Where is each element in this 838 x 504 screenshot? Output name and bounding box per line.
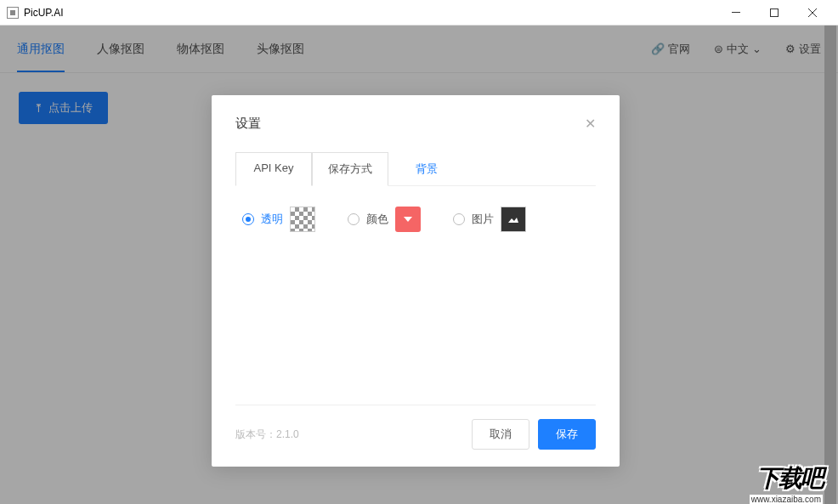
- tab-api-key[interactable]: API Key: [235, 152, 312, 186]
- tab-save-mode[interactable]: 保存方式: [312, 152, 388, 186]
- radio-color[interactable]: [348, 213, 360, 225]
- window-titlebar: PicUP.AI: [0, 0, 838, 25]
- watermark: 下载吧 www.xiazaiba.com: [750, 462, 823, 504]
- tab-background[interactable]: 背景: [388, 152, 465, 186]
- close-button[interactable]: [793, 0, 831, 25]
- dialog-buttons: 取消 保存: [472, 419, 596, 450]
- dialog-close-button[interactable]: ✕: [585, 116, 596, 132]
- cancel-button[interactable]: 取消: [472, 419, 529, 450]
- watermark-text: 下载吧: [750, 462, 823, 495]
- settings-dialog: 设置 ✕ API Key 保存方式 背景 透明 颜色 图片: [212, 95, 620, 467]
- save-button[interactable]: 保存: [538, 419, 596, 450]
- transparent-label: 透明: [261, 212, 283, 227]
- option-transparent[interactable]: 透明: [242, 207, 315, 232]
- svg-rect-4: [507, 214, 520, 224]
- option-color[interactable]: 颜色: [348, 207, 421, 232]
- maximize-button[interactable]: [755, 0, 793, 25]
- version-number: 2.1.0: [276, 428, 299, 440]
- minimize-button[interactable]: [716, 0, 755, 25]
- window-controls: [716, 0, 831, 25]
- app-icon: [7, 7, 19, 19]
- transparent-swatch-icon: [290, 207, 315, 232]
- dialog-title: 设置: [235, 116, 261, 132]
- color-swatch-icon[interactable]: [395, 207, 421, 232]
- svg-rect-0: [732, 12, 740, 13]
- dialog-footer: 版本号：2.1.0 取消 保存: [235, 405, 596, 450]
- image-swatch-icon[interactable]: [501, 207, 526, 232]
- version-label: 版本号：: [235, 428, 276, 440]
- background-options: 透明 颜色 图片: [235, 186, 596, 252]
- image-label: 图片: [472, 212, 494, 227]
- radio-image[interactable]: [453, 213, 465, 225]
- settings-tabs: API Key 保存方式 背景: [235, 152, 596, 186]
- dialog-body-spacer: [235, 252, 596, 405]
- option-image[interactable]: 图片: [453, 207, 526, 232]
- window-title: PicUP.AI: [24, 7, 63, 19]
- color-label: 颜色: [366, 212, 388, 227]
- radio-transparent[interactable]: [242, 213, 254, 225]
- version-text: 版本号：2.1.0: [235, 428, 299, 442]
- svg-rect-1: [770, 8, 778, 16]
- dialog-header: 设置 ✕: [235, 116, 596, 132]
- watermark-url: www.xiazaiba.com: [750, 495, 823, 504]
